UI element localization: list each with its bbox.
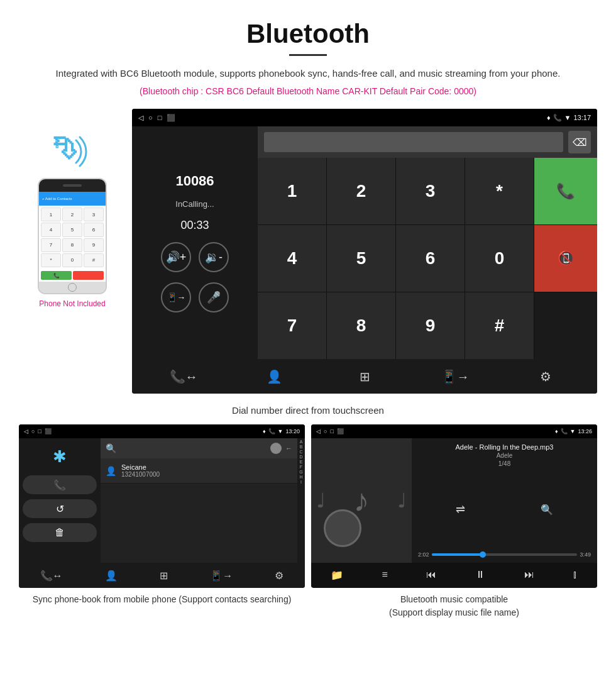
pb-search-icon[interactable]: 🔍 xyxy=(106,443,116,453)
music-list-icon[interactable]: ≡ xyxy=(382,569,387,580)
phone-key-8: 8 xyxy=(62,238,82,252)
music-disc xyxy=(324,509,361,547)
pb-bottom-contacts-icon[interactable]: 👤 xyxy=(105,570,118,582)
pb-alpha-b[interactable]: B xyxy=(300,445,303,449)
pb-menu-icon: ⬛ xyxy=(45,428,52,434)
call-red-button[interactable]: 📵 xyxy=(534,225,597,292)
pb-bottom-settings-icon[interactable]: ⚙ xyxy=(275,570,283,582)
music-next-icon[interactable]: ⏭ xyxy=(524,569,534,580)
dialer-number: 10086 xyxy=(175,173,214,189)
pb-bluetooth-icon: ✱ xyxy=(23,443,97,470)
bottom-contacts-icon[interactable]: 👤 xyxy=(258,369,290,384)
phone-keypad: 1 2 3 4 5 6 7 8 9 * 0 # xyxy=(39,206,106,269)
volume-down-button[interactable]: 🔉- xyxy=(199,242,229,272)
pb-contact-name: Seicane xyxy=(121,463,160,471)
music-controls-row: ⇌ 🔍 xyxy=(418,502,591,516)
phone-key-5: 5 xyxy=(62,223,82,236)
pb-alpha-i[interactable]: I xyxy=(300,480,302,484)
nav-back-icon: ◁ xyxy=(138,114,143,122)
keypad-6[interactable]: 6 xyxy=(396,225,465,292)
phone-key-7: 7 xyxy=(41,238,61,252)
keypad-hash[interactable]: # xyxy=(465,292,534,359)
music-phone-icon: 📞 xyxy=(561,428,568,434)
call-green-button[interactable]: 📞 xyxy=(534,158,597,224)
phone-key-1: 1 xyxy=(41,207,61,221)
music-note-right-icon: ♩ xyxy=(397,489,407,512)
dialer-delete-button[interactable]: ⌫ xyxy=(568,131,591,153)
pb-alpha-d[interactable]: D xyxy=(299,455,302,459)
phone-add-contacts-label: + Add to Contacts xyxy=(42,197,72,201)
phone-key-hash: # xyxy=(84,253,104,267)
pb-back-icon: ◁ xyxy=(24,428,28,434)
music-track-name: Adele - Rolling In the Deep.mp3 xyxy=(418,443,591,451)
pb-sync-button[interactable]: ↺ xyxy=(23,499,97,518)
pb-nav-icons: ◁ ○ □ ⬛ xyxy=(24,428,52,434)
phone-call-button: 📞 xyxy=(41,271,72,280)
pb-bottom-call-icon[interactable]: 📞↔ xyxy=(40,570,63,582)
keypad-8[interactable]: 8 xyxy=(327,292,395,359)
keypad-empty xyxy=(534,292,597,359)
music-play-pause-icon[interactable]: ⏸ xyxy=(475,569,485,580)
pb-status-right: ♦ 📞 ▼ 13:20 xyxy=(263,428,300,434)
nav-menu-icon: ⬛ xyxy=(167,114,175,122)
pb-search-bar: 🔍 ← xyxy=(101,438,297,458)
keypad-3[interactable]: 3 xyxy=(396,158,465,224)
music-time-current: 2:02 xyxy=(418,551,429,558)
music-seek-bar[interactable] xyxy=(432,553,578,556)
music-screen-block: ◁ ○ □ ⬛ ♦ 📞 ▼ 13:26 ♩ ♪ ♩ xyxy=(311,424,597,619)
car-bottom-bar: 📞↔ 👤 ⊞ 📱→ ⚙ xyxy=(132,359,597,394)
music-time-total: 3:49 xyxy=(580,551,591,558)
pb-alpha-f[interactable]: F xyxy=(300,465,302,469)
music-folder-icon[interactable]: 📁 xyxy=(331,569,343,581)
pb-alpha-index: A B C D E F G H I xyxy=(297,438,305,563)
keypad-7[interactable]: 7 xyxy=(258,292,326,359)
keypad-star[interactable]: * xyxy=(465,158,534,224)
transfer-button[interactable]: 📱→ xyxy=(161,282,191,313)
keypad-9[interactable]: 9 xyxy=(396,292,465,359)
page-description: Integrated with BC6 Bluetooth module, su… xyxy=(25,66,591,81)
status-bar-right: ♦ 📞 ▼ 13:17 xyxy=(547,114,591,122)
dialer-timer: 00:33 xyxy=(180,219,209,232)
bottom-transfer-icon[interactable]: 📱→ xyxy=(439,369,471,384)
keypad-2[interactable]: 2 xyxy=(327,158,395,224)
pb-delete-button[interactable]: 🗑 xyxy=(23,523,97,542)
keypad-5[interactable]: 5 xyxy=(327,225,395,292)
music-progress-bar: 2:02 3:49 xyxy=(418,551,591,558)
dialer-status: InCalling... xyxy=(175,199,214,209)
pb-alpha-h[interactable]: H xyxy=(299,475,302,479)
pb-search-dot xyxy=(270,443,282,454)
phone-end-button xyxy=(73,271,104,280)
pb-alpha-a[interactable]: A xyxy=(300,440,303,444)
music-body: ♩ ♪ ♩ Adele - Rolling In the Deep.mp3 Ad… xyxy=(311,438,597,563)
dialer-input-field[interactable] xyxy=(264,132,563,152)
pb-alpha-c[interactable]: C xyxy=(299,450,302,454)
music-shuffle-icon[interactable]: ⇌ xyxy=(456,502,465,516)
phone-key-star: * xyxy=(41,253,61,267)
keypad-1[interactable]: 1 xyxy=(258,158,326,224)
pb-bottom-transfer-icon[interactable]: 📱→ xyxy=(210,570,233,582)
music-bottom-bar: 📁 ≡ ⏮ ⏸ ⏭ ⫿ xyxy=(311,563,597,587)
keypad-zero[interactable]: 0 xyxy=(465,225,534,292)
phone-side: ⬞ ⮷ + Add to Contacts 1 2 3 xyxy=(19,109,126,308)
main-screenshot-section: ⬞ ⮷ + Add to Contacts 1 2 3 xyxy=(0,109,616,394)
music-main-panel: Adele - Rolling In the Deep.mp3 Adele 1/… xyxy=(412,438,597,563)
volume-up-button[interactable]: 🔊+ xyxy=(161,242,191,272)
music-status-right: ♦ 📞 ▼ 13:26 xyxy=(555,428,592,434)
bottom-settings-icon[interactable]: ⚙ xyxy=(530,369,561,384)
keypad-4[interactable]: 4 xyxy=(258,225,326,292)
music-equalizer-icon[interactable]: ⫿ xyxy=(573,569,578,580)
phone-top-bar xyxy=(39,179,106,192)
bottom-keypad-icon[interactable]: ⊞ xyxy=(349,369,380,384)
music-search-icon[interactable]: 🔍 xyxy=(541,504,553,516)
pb-call-button[interactable]: 📞 xyxy=(23,475,97,494)
bottom-call-icon[interactable]: 📞↔ xyxy=(168,369,199,384)
pb-alpha-e[interactable]: E xyxy=(300,460,303,464)
music-track-info: Adele - Rolling In the Deep.mp3 Adele 1/… xyxy=(418,443,591,467)
mute-button[interactable]: 🎤 xyxy=(199,282,229,313)
pb-bottom-keypad-icon[interactable]: ⊞ xyxy=(160,570,168,582)
music-prev-icon[interactable]: ⏮ xyxy=(426,569,436,580)
pb-main: 🔍 ← 👤 Seicane 13241007000 xyxy=(101,438,297,563)
pb-alpha-g[interactable]: G xyxy=(299,470,302,474)
music-artist: Adele xyxy=(418,452,591,459)
pb-contact-row[interactable]: 👤 Seicane 13241007000 xyxy=(101,458,297,484)
